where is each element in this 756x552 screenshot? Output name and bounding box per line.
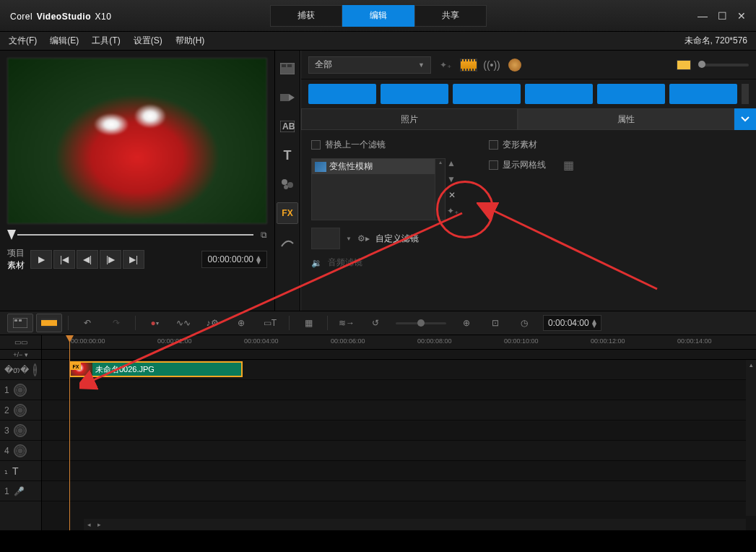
filter-settings-icon[interactable]: ✦₊ [447,206,459,216]
applied-filter-list[interactable]: 变焦性模糊 ▴ [311,158,446,220]
track-motion-button[interactable]: ⊕ [228,314,254,332]
thumbnail-view-icon[interactable] [675,58,692,72]
menu-tools[interactable]: 工具(T) [92,35,120,47]
main-tab-capture[interactable]: 捕获 [270,5,342,27]
video-track[interactable]: FX 未命名0026.JPG [42,360,756,380]
film-filter-icon[interactable] [460,58,477,72]
fx-icon[interactable]: FX [277,202,298,224]
go-start-button[interactable]: |◀ [53,250,75,269]
track-head-video[interactable]: �თ� [0,360,41,380]
loop-button[interactable]: ↺ [362,314,388,332]
close-icon[interactable]: ✕ [737,10,746,22]
globe-filter-icon[interactable] [506,58,523,72]
minimize-icon[interactable]: ― [698,10,708,22]
filter-thumb[interactable] [525,84,593,104]
scrub-track[interactable] [17,234,253,236]
options-expand-button[interactable] [734,108,756,130]
track-head-voice[interactable]: 1🎤 [0,481,41,501]
filter-thumb[interactable] [308,84,376,104]
filter-thumb[interactable] [597,84,665,104]
filter-thumb[interactable] [669,84,737,104]
timeline-ruler[interactable]: 00:00:00:00 00:00:02:00 00:00:04:00 00:0… [42,335,756,350]
track-manager-icon[interactable]: ▭▭ [0,335,41,350]
deform-material-checkbox[interactable] [489,140,498,150]
transition-icon[interactable] [277,87,298,108]
preview-viewport[interactable] [7,58,267,224]
add-favorite-icon[interactable]: ✦₊ [437,58,454,72]
custom-filter-label[interactable]: 自定义滤镜 [375,233,419,245]
timeline-view-button[interactable] [36,314,62,332]
menu-edit[interactable]: 编辑(E) [50,35,79,47]
scrub-handle[interactable] [7,230,16,240]
move-filter-up-icon[interactable]: ▲ [447,158,459,168]
title-track[interactable] [42,461,756,481]
graphic-icon[interactable] [277,173,298,195]
track-head-overlay-1[interactable]: 1 [0,380,41,400]
thumbnail-size-slider[interactable] [698,64,749,66]
filter-thumb[interactable] [453,84,521,104]
next-frame-button[interactable]: |▶ [100,250,121,269]
voice-track[interactable] [42,481,756,501]
prev-frame-button[interactable]: ◀| [77,250,98,269]
overlay-track-1[interactable] [42,380,756,400]
filter-preset-preview[interactable] [311,228,340,249]
audio-mixer-button[interactable]: ∿∿ [170,314,196,332]
custom-filter-icon[interactable]: ⚙▸ [357,233,370,243]
timeline-duration[interactable]: 0:00:04:00 ▴▾ [543,315,601,331]
options-tab-attributes[interactable]: 属性 [518,108,734,130]
timeline-vscrollbar[interactable]: ▴ [746,360,756,516]
replace-last-filter-checkbox[interactable] [311,140,321,150]
options-tab-photo[interactable]: 照片 [301,108,518,130]
title-ab-icon[interactable]: AB [277,116,298,137]
grid-settings-icon[interactable]: ▦ [563,158,574,172]
auto-music-button[interactable]: ♪⚙ [199,314,225,332]
fit-timeline-button[interactable]: ⊡ [482,314,508,332]
track-head-overlay-4[interactable]: 4 [0,441,41,461]
zoom-in-button[interactable]: ⊕ [453,314,479,332]
show-grid-checkbox[interactable] [489,160,498,170]
go-end-button[interactable]: ▶| [123,250,144,269]
audio-filter-icon[interactable]: ((•)) [483,58,500,72]
move-filter-down-icon[interactable]: ▼ [447,174,459,184]
redo-button[interactable]: ↷ [103,314,129,332]
menu-help[interactable]: 帮助(H) [175,35,205,47]
preview-timecode[interactable]: 00:00:00:00 ▴▾ [201,251,267,268]
track-head-overlay-3[interactable]: 3 [0,421,41,441]
overlay-track-3[interactable] [42,421,756,441]
menu-file[interactable]: 文件(F) [9,35,37,47]
motion-button[interactable]: ≋→ [334,314,360,332]
preset-dropdown-arrow[interactable]: ▼ [346,236,352,242]
track-head-overlay-2[interactable]: 2 [0,400,41,421]
record-button[interactable]: ●▾ [142,314,168,332]
storyboard-view-button[interactable] [7,314,33,332]
undo-button[interactable]: ↶ [74,314,100,332]
copy-icon[interactable]: ⧉ [261,230,267,240]
subtitle-button[interactable]: ▭T [257,314,283,332]
zoom-slider[interactable] [396,322,446,324]
timeline-hscrollbar[interactable]: ◂ ▸ [84,519,746,530]
play-button[interactable]: ▶ [30,250,52,269]
menu-settings[interactable]: 设置(S) [134,35,162,47]
filter-list-scrollbar[interactable]: ▴ [435,159,445,220]
delete-filter-icon[interactable]: ✕ [447,190,457,200]
main-tab-share[interactable]: 共享 [414,5,487,27]
thumb-scrollbar[interactable] [742,84,749,104]
main-tab-edit[interactable]: 编辑 [342,5,414,27]
svg-rect-12 [14,319,17,322]
filter-thumb[interactable] [381,84,448,104]
playhead[interactable] [69,335,70,530]
multi-view-button[interactable]: ▦ [295,314,321,332]
clip-item[interactable]: FX 未命名0026.JPG [69,361,243,377]
overlay-track-2[interactable] [42,400,756,421]
playback-mode-labels[interactable]: 项目 素材 [7,247,25,272]
media-icon[interactable] [277,58,298,79]
overlay-track-4[interactable] [42,441,756,461]
path-icon[interactable] [277,231,298,253]
text-t-icon[interactable]: T [277,145,298,166]
timer-button[interactable]: ◷ [511,314,537,332]
maximize-icon[interactable]: ☐ [718,10,727,22]
filter-item-zoom-blur[interactable]: 变焦性模糊 [312,159,445,174]
library-category-dropdown[interactable]: 全部▼ [308,56,431,74]
track-expand-controls[interactable]: +/− ▾ [0,350,41,360]
track-head-title[interactable]: ₁T [0,461,41,481]
